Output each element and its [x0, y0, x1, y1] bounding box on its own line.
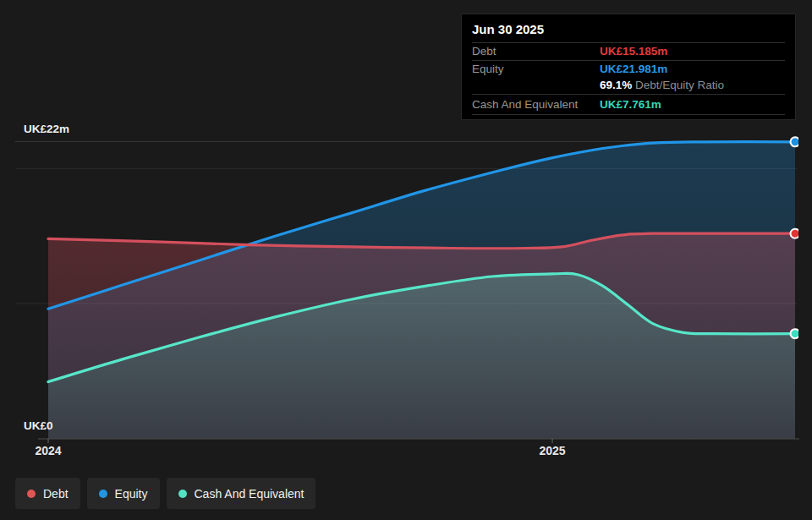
tooltip-row-cash: Cash And Equivalent UK£7.761m: [472, 95, 785, 115]
debt-equity-history-chart: UK£22m UK£0 2024 2025 Jun 30 2025 Debt U…: [0, 0, 812, 520]
legend-item-cash[interactable]: Cash And Equivalent: [167, 478, 316, 509]
debt-series-dot-icon: [27, 490, 36, 498]
legend-label: Cash And Equivalent: [195, 487, 304, 501]
tooltip-label: Debt: [472, 45, 600, 57]
tooltip-row-ratio: 69.1% Debt/Equity Ratio: [472, 77, 785, 95]
legend-item-debt[interactable]: Debt: [15, 478, 80, 509]
series-areas: [48, 142, 795, 439]
y-axis-label-max: UK£22m: [24, 123, 69, 135]
tooltip-value-ratio: 69.1% Debt/Equity Ratio: [600, 79, 724, 91]
legend-item-equity[interactable]: Equity: [87, 478, 160, 509]
cash-series-dot-icon: [178, 490, 187, 498]
x-axis-label-2025: 2025: [539, 444, 565, 457]
tooltip-row-debt: Debt UK£15.185m: [472, 43, 785, 61]
legend-label: Equity: [115, 487, 148, 501]
x-axis-label-2024: 2024: [35, 444, 61, 457]
equity-series-dot-icon: [99, 490, 107, 498]
legend-label: Debt: [43, 487, 69, 501]
tooltip-value-equity: UK£21.981m: [600, 63, 667, 75]
tooltip-label: Cash And Equivalent: [472, 98, 600, 111]
tooltip-label: Equity: [472, 63, 600, 75]
tooltip-date: Jun 30 2025: [472, 19, 785, 43]
tooltip-value-cash: UK£7.761m: [600, 98, 661, 111]
y-axis-label-zero: UK£0: [24, 419, 53, 432]
tooltip-row-equity: Equity UK£21.981m: [472, 61, 785, 78]
chart-tooltip: Jun 30 2025 Debt UK£15.185m Equity UK£21…: [461, 14, 796, 120]
chart-legend: Debt Equity Cash And Equivalent: [15, 478, 315, 509]
tooltip-value-debt: UK£15.185m: [600, 45, 667, 57]
